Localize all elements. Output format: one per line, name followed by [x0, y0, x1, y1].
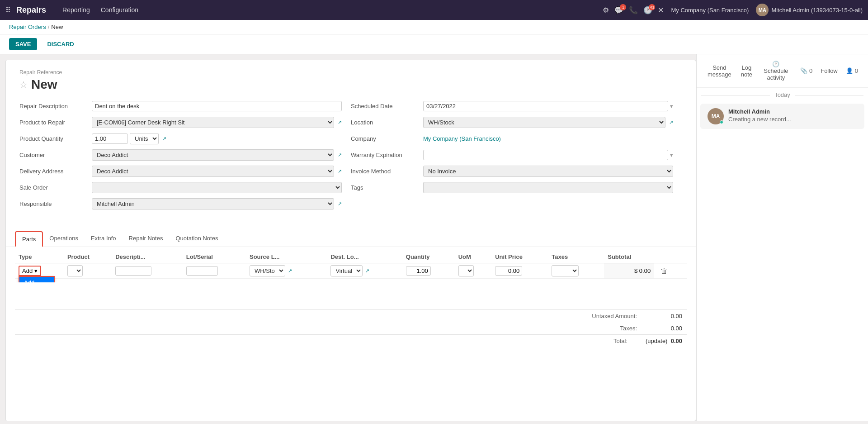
- total-row: Total: (update) 0.00: [6, 335, 696, 347]
- tab-quotation-notes[interactable]: Quotation Notes: [169, 231, 224, 247]
- breadcrumb-parent[interactable]: Repair Orders: [9, 24, 46, 30]
- type-selected-value: Add: [22, 267, 33, 274]
- customer-external-link-icon[interactable]: ↗: [338, 152, 342, 158]
- save-button[interactable]: SAVE: [9, 38, 37, 50]
- delivery-address-external-link-icon[interactable]: ↗: [338, 168, 342, 174]
- units-select[interactable]: Units: [130, 133, 159, 144]
- dest-loc-link-icon[interactable]: ↗: [365, 268, 369, 274]
- col-quantity: Quantity: [402, 251, 455, 263]
- type-select-button[interactable]: Add ▾: [19, 266, 41, 276]
- log-note-button[interactable]: Log note: [737, 62, 756, 80]
- location-label: Location: [351, 119, 423, 126]
- favorite-star-icon[interactable]: ☆: [19, 79, 28, 90]
- sale-order-select[interactable]: [92, 182, 342, 193]
- nav-reporting[interactable]: Reporting: [59, 5, 94, 15]
- close-icon[interactable]: ✕: [658, 6, 664, 14]
- message-text: Creating a new record...: [728, 116, 791, 123]
- tab-extra-info[interactable]: Extra Info: [85, 231, 123, 247]
- chatter: Send message Log note 🕐 Schedule activit…: [696, 54, 868, 421]
- uom-cell: [455, 263, 492, 279]
- taxes-select[interactable]: [552, 265, 579, 276]
- product-cell: [64, 263, 112, 279]
- online-indicator: [720, 120, 723, 124]
- delivery-address-select[interactable]: Deco Addict: [92, 166, 334, 177]
- product-to-repair-select[interactable]: [E-COM06] Corner Desk Right Sit: [92, 117, 334, 128]
- sale-order-label: Sale Order: [19, 184, 92, 191]
- product-row-select[interactable]: [67, 265, 83, 276]
- phone-icon[interactable]: 📞: [629, 6, 638, 14]
- breadcrumb-separator: /: [48, 24, 50, 30]
- delete-row-button[interactable]: 🗑: [658, 266, 670, 276]
- uom-select[interactable]: [458, 265, 474, 276]
- warranty-expiration-label: Warranty Expiration: [351, 152, 423, 158]
- description-row-input[interactable]: [115, 266, 151, 276]
- type-dropdown[interactable]: Add ▾ Add Remove: [19, 266, 41, 276]
- app-title: Repairs: [16, 5, 46, 15]
- user-menu[interactable]: MA Mitchell Admin (13934073-15-0-all): [756, 4, 863, 16]
- members-button[interactable]: 👤 0: [843, 66, 861, 76]
- location-select[interactable]: WH/Stock: [423, 117, 665, 128]
- delivery-address-label: Delivery Address: [19, 168, 92, 175]
- customer-select[interactable]: Deco Addict: [92, 149, 334, 161]
- nav-configuration[interactable]: Configuration: [97, 5, 142, 15]
- unit-price-input[interactable]: [495, 266, 522, 276]
- col-unit-price: Unit Price: [491, 251, 548, 263]
- repair-description-input[interactable]: [92, 101, 342, 111]
- col-source-loc: Source L...: [246, 251, 327, 263]
- repair-description-row: Repair Description: [19, 99, 342, 113]
- apps-icon[interactable]: ⠿: [5, 6, 11, 14]
- form-area: Repair Reference ☆ New Repair Descriptio…: [5, 60, 696, 421]
- subtotal-cell: $ 0.00: [604, 263, 654, 279]
- message-author: Mitchell Admin: [728, 108, 791, 115]
- responsible-select[interactable]: Mitchell Admin: [92, 198, 334, 210]
- responsible-label: Responsible: [19, 200, 92, 207]
- schedule-activity-button[interactable]: 🕐 Schedule activity: [758, 59, 794, 83]
- parts-table-container: Type Product Descripti... Lot/Serial Sou…: [6, 247, 696, 282]
- product-quantity-input[interactable]: [92, 133, 128, 144]
- customer-label: Customer: [19, 152, 92, 158]
- tab-operations[interactable]: Operations: [43, 231, 85, 247]
- discard-button[interactable]: DISCARD: [41, 38, 80, 50]
- responsible-external-link-icon[interactable]: ↗: [338, 201, 342, 207]
- table-row: Add ▾ Add Remove: [15, 263, 687, 279]
- lot-serial-input[interactable]: [186, 266, 218, 276]
- chat-icon[interactable]: 💬 1: [614, 6, 623, 14]
- form-left-col: Repair Description Product to Repair [E-…: [19, 99, 351, 213]
- tab-repair-notes[interactable]: Repair Notes: [123, 231, 170, 247]
- form-right-col: Scheduled Date ▾ Location WH/Stock ↗: [351, 99, 682, 213]
- quantity-input[interactable]: [406, 266, 431, 276]
- location-external-link-icon[interactable]: ↗: [669, 119, 673, 125]
- total-value: (update) 0.00: [646, 338, 682, 344]
- message-content: Mitchell Admin Creating a new record...: [728, 108, 791, 124]
- untaxed-amount-label: Untaxed Amount:: [592, 313, 637, 319]
- chatter-actions: Send message Log note 🕐 Schedule activit…: [697, 54, 868, 88]
- repair-reference-label: Repair Reference: [19, 69, 682, 76]
- dest-loc-select[interactable]: Virtual: [330, 265, 363, 276]
- warranty-expiration-row: Warranty Expiration ▾: [351, 148, 673, 162]
- units-external-link-icon[interactable]: ↗: [162, 136, 166, 142]
- warranty-expiration-input[interactable]: [423, 150, 668, 160]
- follow-button[interactable]: Follow: [817, 66, 841, 76]
- warranty-dropdown-icon: ▾: [670, 152, 673, 158]
- type-chevron-icon: ▾: [34, 267, 38, 274]
- clock-icon[interactable]: 🕐 41: [643, 6, 652, 14]
- source-loc-select[interactable]: WH/Sto: [250, 265, 285, 276]
- tags-select[interactable]: [423, 182, 673, 193]
- type-option-add[interactable]: Add: [19, 277, 54, 282]
- type-cell: Add ▾ Add Remove: [15, 263, 64, 279]
- col-actions: [654, 251, 687, 263]
- members-icon: 👤: [846, 67, 853, 74]
- clock-badge: 41: [649, 4, 655, 10]
- subtotal-value: $ 0.00: [634, 267, 651, 274]
- source-loc-link-icon[interactable]: ↗: [288, 268, 292, 274]
- product-external-link-icon[interactable]: ↗: [338, 119, 342, 125]
- tab-parts[interactable]: Parts: [15, 231, 43, 247]
- product-to-repair-label: Product to Repair: [19, 119, 92, 126]
- delete-cell: 🗑: [654, 263, 687, 279]
- send-message-button[interactable]: Send message: [704, 62, 735, 80]
- gear-icon[interactable]: ⚙: [603, 6, 609, 14]
- company-row: Company My Company (San Francisco): [351, 132, 673, 145]
- paperclip-button[interactable]: 📎 0: [797, 66, 815, 76]
- invoice-method-select[interactable]: No Invoice: [423, 166, 673, 177]
- scheduled-date-input[interactable]: [423, 101, 668, 111]
